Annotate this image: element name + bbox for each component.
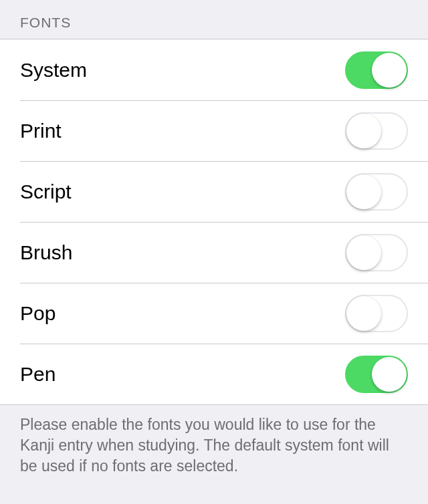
switch-knob	[346, 174, 381, 209]
font-switch-pen[interactable]	[345, 356, 408, 393]
font-label: Brush	[20, 241, 72, 264]
font-label: System	[20, 59, 87, 82]
font-switch-system[interactable]	[345, 51, 408, 89]
font-row-pop: Pop	[0, 283, 428, 344]
font-row-pen: Pen	[0, 344, 428, 404]
font-label: Script	[20, 180, 72, 203]
fonts-list: System Print Script Brush Pop Pen	[0, 39, 428, 405]
font-label: Pop	[20, 302, 56, 325]
switch-knob	[372, 53, 407, 88]
font-switch-brush[interactable]	[345, 234, 408, 271]
font-row-print: Print	[0, 100, 428, 161]
font-switch-pop[interactable]	[345, 295, 408, 332]
switch-knob	[372, 357, 407, 392]
section-footer: Please enable the fonts you would like t…	[0, 405, 428, 477]
font-row-brush: Brush	[0, 222, 428, 283]
font-switch-print[interactable]	[345, 112, 408, 150]
font-switch-script[interactable]	[345, 173, 408, 211]
switch-knob	[346, 235, 381, 270]
section-header: FONTS	[0, 0, 428, 39]
switch-knob	[346, 114, 381, 148]
font-label: Pen	[20, 363, 56, 386]
font-row-script: Script	[0, 161, 428, 222]
switch-knob	[346, 296, 381, 331]
font-row-system: System	[0, 39, 428, 100]
font-label: Print	[20, 120, 62, 142]
